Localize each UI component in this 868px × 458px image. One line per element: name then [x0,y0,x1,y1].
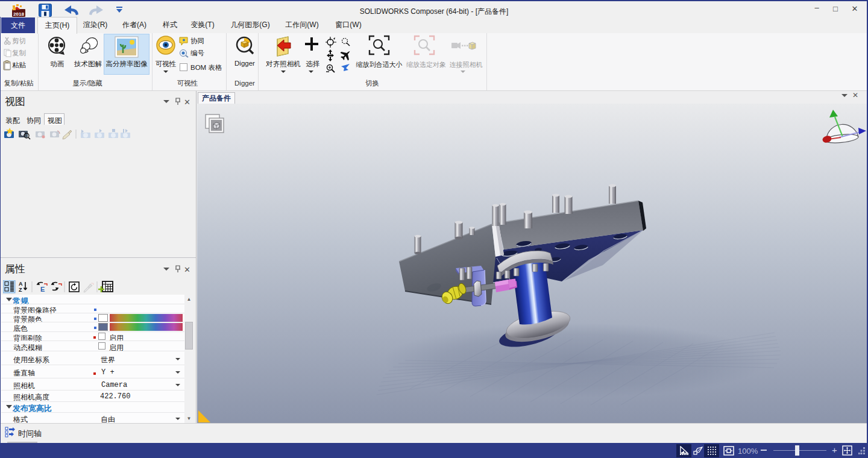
svg-text:E: E [40,286,45,293]
svg-text:2018: 2018 [13,11,24,17]
svg-text:Z: Z [19,287,22,293]
svg-text:A: A [19,281,23,287]
